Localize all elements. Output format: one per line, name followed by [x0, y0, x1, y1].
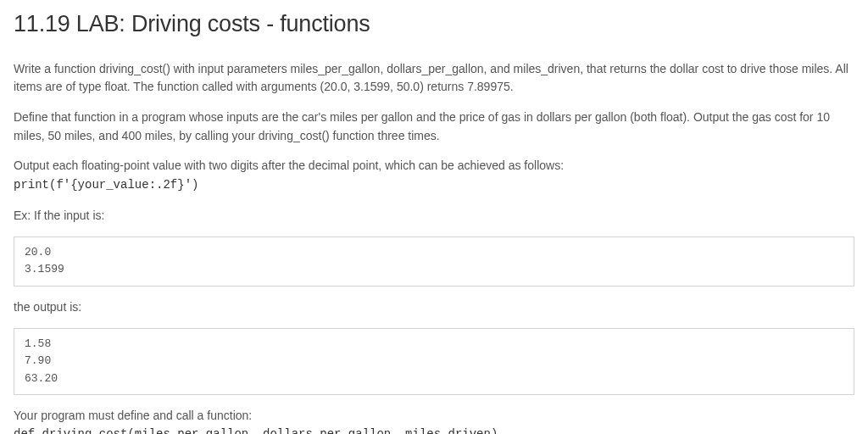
instruction-paragraph-2: Define that function in a program whose … [14, 108, 854, 145]
example-output-label: the output is: [14, 298, 854, 317]
example-input-label: Ex: If the input is: [14, 207, 854, 225]
instruction-paragraph-3: Output each floating-point value with tw… [14, 157, 854, 194]
print-statement-code: print(f'{your_value:.2f}') [14, 178, 198, 192]
example-input-block: 20.0 3.1599 [14, 236, 854, 286]
instruction-paragraph-1: Write a function driving_cost() with inp… [14, 60, 854, 97]
must-define-text: Your program must define and call a func… [14, 409, 252, 422]
function-signature-code: def driving_cost(miles_per_gallon, dolla… [14, 427, 498, 434]
function-requirement: Your program must define and call a func… [14, 407, 854, 434]
format-instruction-text: Output each floating-point value with tw… [14, 159, 564, 172]
lab-title: 11.19 LAB: Driving costs - functions [14, 7, 854, 42]
example-output-block: 1.58 7.90 63.20 [14, 328, 854, 394]
